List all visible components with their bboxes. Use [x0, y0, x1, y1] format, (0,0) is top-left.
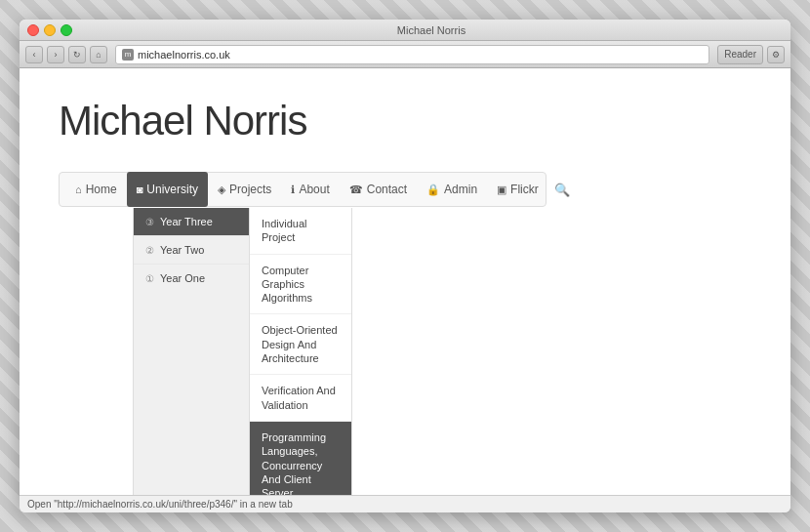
dropdown-col1: ③ Year Three ② Year Two ① Year One: [133, 208, 250, 495]
minimize-button[interactable]: [44, 24, 56, 36]
nav-label-projects: Projects: [229, 183, 271, 196]
year-three-label: Year Three: [160, 216, 213, 227]
browser-toolbar: ‹ › ↻ ⌂ m michaelnorris.co.uk Reader ⚙: [20, 41, 790, 68]
dropdown-year-one[interactable]: ① Year One: [134, 265, 249, 292]
module-oop-design-label: Object-Oriented Design And Architecture: [262, 324, 338, 364]
page-content: Michael Norris ⌂ Home ◙ University ◈ Pro…: [20, 68, 790, 226]
traffic-lights: [27, 24, 72, 36]
nav-item-university[interactable]: ◙ University: [127, 172, 208, 207]
nav-item-contact[interactable]: ☎ Contact: [340, 172, 417, 207]
module-oop-design[interactable]: Object-Oriented Design And Architecture: [250, 314, 351, 375]
contact-icon: ☎: [349, 184, 363, 196]
nav-label-flickr: Flickr: [510, 183, 539, 196]
university-icon: ◙: [137, 184, 143, 195]
module-computer-graphics-label: Computer Graphics Algorithms: [262, 265, 312, 305]
module-programming-languages-label: Programming Languages, Concurrency And C…: [262, 431, 326, 495]
nav-item-about[interactable]: ℹ About: [281, 172, 339, 207]
dropdown-menu: ③ Year Three ② Year Two ① Year One: [133, 208, 352, 495]
nav-item-flickr[interactable]: ▣ Flickr: [487, 172, 548, 207]
home-nav-button[interactable]: ⌂: [90, 46, 107, 63]
url-text: michaelnorris.co.uk: [138, 49, 230, 61]
module-individual-project[interactable]: Individual Project: [250, 208, 351, 255]
close-button[interactable]: [27, 24, 39, 36]
search-button[interactable]: 🔍: [548, 183, 576, 197]
about-icon: ℹ: [291, 184, 295, 196]
forward-button[interactable]: ›: [47, 46, 64, 63]
nav-item-projects[interactable]: ◈ Projects: [208, 172, 281, 207]
nav-label-admin: Admin: [444, 183, 477, 196]
module-computer-graphics[interactable]: Computer Graphics Algorithms: [250, 255, 351, 315]
title-bar: Michael Norris: [20, 20, 790, 41]
status-text: Open "http://michaelnorris.co.uk/uni/thr…: [27, 499, 293, 510]
maximize-button[interactable]: [61, 24, 72, 36]
nav-label-about: About: [299, 183, 329, 196]
back-button[interactable]: ‹: [25, 46, 43, 63]
window-title: Michael Norris: [80, 24, 783, 36]
year-one-label: Year One: [160, 272, 205, 284]
content-area: Michael Norris ⌂ Home ◙ University ◈ Pro…: [20, 68, 790, 495]
year-one-num: ①: [145, 273, 154, 284]
settings-button[interactable]: ⚙: [767, 46, 785, 63]
year-two-num: ②: [145, 245, 154, 256]
module-verification[interactable]: Verification And Validation: [250, 375, 351, 422]
projects-icon: ◈: [218, 184, 225, 196]
year-three-num: ③: [145, 217, 154, 227]
nav-item-admin[interactable]: 🔒 Admin: [417, 172, 487, 207]
dropdown-year-two[interactable]: ② Year Two: [134, 236, 249, 265]
browser-window: Michael Norris ‹ › ↻ ⌂ m michaelnorris.c…: [20, 20, 790, 512]
year-two-label: Year Two: [160, 244, 204, 256]
reload-button[interactable]: ↻: [68, 46, 86, 63]
nav-label-university: University: [146, 183, 198, 196]
module-individual-project-label: Individual Project: [262, 218, 306, 243]
favicon-icon: m: [122, 49, 134, 61]
home-icon: ⌂: [75, 184, 82, 195]
module-verification-label: Verification And Validation: [262, 385, 336, 410]
dropdown-col2: Individual Project Computer Graphics Alg…: [250, 208, 352, 495]
status-bar: Open "http://michaelnorris.co.uk/uni/thr…: [20, 495, 790, 512]
nav-bar: ⌂ Home ◙ University ◈ Projects ℹ About ☎: [59, 172, 547, 207]
page-title: Michael Norris: [59, 98, 751, 144]
nav-label-contact: Contact: [367, 183, 407, 196]
nav-label-home: Home: [86, 183, 117, 196]
module-programming-languages[interactable]: Programming Languages, Concurrency And C…: [250, 422, 351, 495]
admin-icon: 🔒: [426, 184, 440, 196]
address-bar[interactable]: m michaelnorris.co.uk: [115, 45, 709, 64]
dropdown-year-three[interactable]: ③ Year Three: [134, 208, 249, 236]
reader-button[interactable]: Reader: [717, 45, 763, 64]
flickr-icon: ▣: [497, 184, 506, 196]
nav-item-home[interactable]: ⌂ Home: [65, 172, 127, 207]
